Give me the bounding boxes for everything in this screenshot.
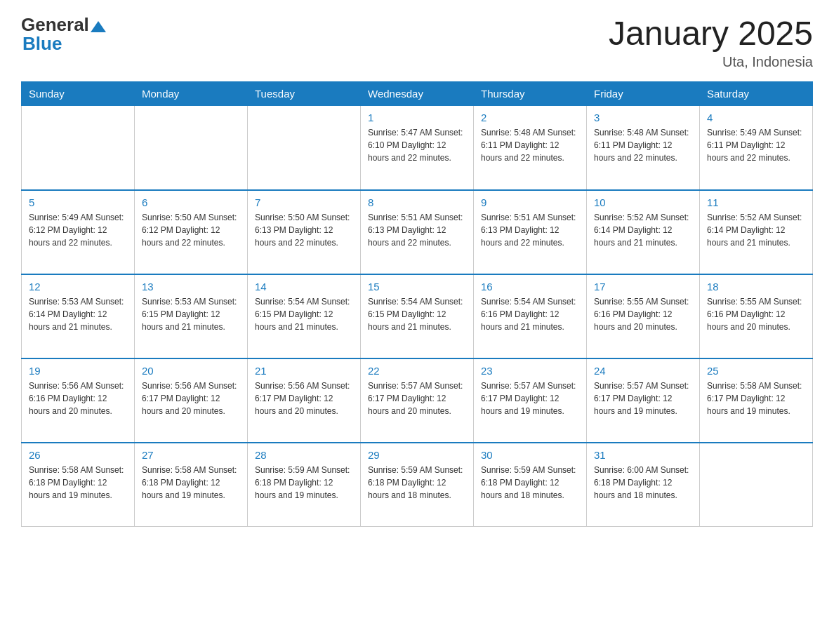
- calendar-cell: 9Sunrise: 5:51 AM Sunset: 6:13 PM Daylig…: [474, 190, 587, 274]
- day-info: Sunrise: 5:59 AM Sunset: 6:18 PM Dayligh…: [481, 464, 579, 502]
- calendar-cell: 2Sunrise: 5:48 AM Sunset: 6:11 PM Daylig…: [474, 106, 587, 190]
- day-number: 27: [142, 449, 240, 461]
- calendar-cell: 16Sunrise: 5:54 AM Sunset: 6:16 PM Dayli…: [474, 274, 587, 358]
- day-info: Sunrise: 5:56 AM Sunset: 6:16 PM Dayligh…: [29, 380, 127, 417]
- day-info: Sunrise: 5:49 AM Sunset: 6:11 PM Dayligh…: [707, 126, 805, 164]
- calendar-cell: [248, 106, 361, 190]
- day-info: Sunrise: 5:53 AM Sunset: 6:15 PM Dayligh…: [142, 295, 240, 333]
- day-info: Sunrise: 5:57 AM Sunset: 6:17 PM Dayligh…: [368, 380, 466, 417]
- calendar-cell: 21Sunrise: 5:56 AM Sunset: 6:17 PM Dayli…: [248, 358, 361, 443]
- svg-marker-0: [91, 21, 106, 32]
- day-number: 10: [594, 196, 692, 208]
- day-info: Sunrise: 5:48 AM Sunset: 6:11 PM Dayligh…: [481, 126, 579, 164]
- day-info: Sunrise: 5:52 AM Sunset: 6:14 PM Dayligh…: [594, 211, 692, 249]
- logo-triangle-icon: [91, 18, 106, 34]
- calendar-cell: 12Sunrise: 5:53 AM Sunset: 6:14 PM Dayli…: [22, 274, 135, 358]
- day-info: Sunrise: 5:55 AM Sunset: 6:16 PM Dayligh…: [707, 295, 805, 333]
- day-info: Sunrise: 5:50 AM Sunset: 6:13 PM Dayligh…: [255, 211, 353, 249]
- day-info: Sunrise: 5:52 AM Sunset: 6:14 PM Dayligh…: [707, 211, 805, 249]
- day-number: 26: [29, 449, 127, 461]
- logo-blue-text: Blue: [22, 33, 62, 54]
- day-info: Sunrise: 5:54 AM Sunset: 6:15 PM Dayligh…: [255, 295, 353, 333]
- calendar-cell: 28Sunrise: 5:59 AM Sunset: 6:18 PM Dayli…: [248, 443, 361, 527]
- calendar-cell: 29Sunrise: 5:59 AM Sunset: 6:18 PM Dayli…: [361, 443, 474, 527]
- header-day-saturday: Saturday: [700, 82, 813, 106]
- day-number: 12: [29, 281, 127, 293]
- day-number: 3: [594, 112, 692, 123]
- day-info: Sunrise: 5:53 AM Sunset: 6:14 PM Dayligh…: [29, 295, 127, 333]
- title-block: January 2025 Uta, Indonesia: [609, 14, 813, 70]
- calendar-cell: [135, 106, 248, 190]
- header-day-friday: Friday: [587, 82, 700, 106]
- calendar-subtitle: Uta, Indonesia: [609, 54, 813, 70]
- day-info: Sunrise: 5:54 AM Sunset: 6:16 PM Dayligh…: [481, 295, 579, 333]
- day-number: 24: [594, 365, 692, 377]
- calendar-cell: 4Sunrise: 5:49 AM Sunset: 6:11 PM Daylig…: [700, 106, 813, 190]
- calendar-cell: 19Sunrise: 5:56 AM Sunset: 6:16 PM Dayli…: [22, 358, 135, 443]
- day-info: Sunrise: 5:59 AM Sunset: 6:18 PM Dayligh…: [255, 464, 353, 502]
- day-info: Sunrise: 5:58 AM Sunset: 6:18 PM Dayligh…: [142, 464, 240, 502]
- day-number: 18: [707, 281, 805, 293]
- day-number: 31: [594, 449, 692, 461]
- calendar-cell: 6Sunrise: 5:50 AM Sunset: 6:12 PM Daylig…: [135, 190, 248, 274]
- day-number: 14: [255, 281, 353, 293]
- day-number: 23: [481, 365, 579, 377]
- calendar-cell: 5Sunrise: 5:49 AM Sunset: 6:12 PM Daylig…: [22, 190, 135, 274]
- calendar-cell: 31Sunrise: 6:00 AM Sunset: 6:18 PM Dayli…: [587, 443, 700, 527]
- header-day-sunday: Sunday: [22, 82, 135, 106]
- calendar-week-row: 5Sunrise: 5:49 AM Sunset: 6:12 PM Daylig…: [22, 190, 813, 274]
- day-number: 21: [255, 365, 353, 377]
- day-info: Sunrise: 5:56 AM Sunset: 6:17 PM Dayligh…: [142, 380, 240, 417]
- day-number: 4: [707, 112, 805, 123]
- day-info: Sunrise: 5:48 AM Sunset: 6:11 PM Dayligh…: [594, 126, 692, 164]
- day-number: 13: [142, 281, 240, 293]
- day-number: 17: [594, 281, 692, 293]
- day-info: Sunrise: 5:58 AM Sunset: 6:18 PM Dayligh…: [29, 464, 127, 502]
- calendar-cell: 10Sunrise: 5:52 AM Sunset: 6:14 PM Dayli…: [587, 190, 700, 274]
- calendar-week-row: 12Sunrise: 5:53 AM Sunset: 6:14 PM Dayli…: [22, 274, 813, 358]
- day-number: 8: [368, 196, 466, 208]
- calendar-body: 1Sunrise: 5:47 AM Sunset: 6:10 PM Daylig…: [22, 106, 813, 527]
- day-number: 29: [368, 449, 466, 461]
- day-number: 6: [142, 196, 240, 208]
- calendar-cell: 13Sunrise: 5:53 AM Sunset: 6:15 PM Dayli…: [135, 274, 248, 358]
- calendar-week-row: 26Sunrise: 5:58 AM Sunset: 6:18 PM Dayli…: [22, 443, 813, 527]
- logo: General Blue: [21, 14, 106, 55]
- calendar-cell: 14Sunrise: 5:54 AM Sunset: 6:15 PM Dayli…: [248, 274, 361, 358]
- calendar-header-row: SundayMondayTuesdayWednesdayThursdayFrid…: [22, 82, 813, 106]
- day-info: Sunrise: 5:55 AM Sunset: 6:16 PM Dayligh…: [594, 295, 692, 333]
- day-info: Sunrise: 5:58 AM Sunset: 6:17 PM Dayligh…: [707, 380, 805, 417]
- day-info: Sunrise: 5:56 AM Sunset: 6:17 PM Dayligh…: [255, 380, 353, 417]
- calendar-cell: 23Sunrise: 5:57 AM Sunset: 6:17 PM Dayli…: [474, 358, 587, 443]
- day-info: Sunrise: 6:00 AM Sunset: 6:18 PM Dayligh…: [594, 464, 692, 502]
- day-number: 2: [481, 112, 579, 123]
- calendar-table: SundayMondayTuesdayWednesdayThursdayFrid…: [21, 81, 813, 527]
- calendar-cell: [700, 443, 813, 527]
- day-number: 11: [707, 196, 805, 208]
- calendar-cell: 26Sunrise: 5:58 AM Sunset: 6:18 PM Dayli…: [22, 443, 135, 527]
- header-day-monday: Monday: [135, 82, 248, 106]
- day-number: 15: [368, 281, 466, 293]
- header-day-tuesday: Tuesday: [248, 82, 361, 106]
- day-number: 20: [142, 365, 240, 377]
- page-header: General Blue January 2025 Uta, Indonesia: [21, 14, 813, 70]
- header-day-thursday: Thursday: [474, 82, 587, 106]
- calendar-cell: 8Sunrise: 5:51 AM Sunset: 6:13 PM Daylig…: [361, 190, 474, 274]
- calendar-cell: 27Sunrise: 5:58 AM Sunset: 6:18 PM Dayli…: [135, 443, 248, 527]
- day-number: 25: [707, 365, 805, 377]
- calendar-cell: [22, 106, 135, 190]
- day-number: 7: [255, 196, 353, 208]
- calendar-cell: 11Sunrise: 5:52 AM Sunset: 6:14 PM Dayli…: [700, 190, 813, 274]
- header-day-wednesday: Wednesday: [361, 82, 474, 106]
- calendar-week-row: 1Sunrise: 5:47 AM Sunset: 6:10 PM Daylig…: [22, 106, 813, 190]
- day-number: 5: [29, 196, 127, 208]
- day-info: Sunrise: 5:57 AM Sunset: 6:17 PM Dayligh…: [594, 380, 692, 417]
- calendar-cell: 24Sunrise: 5:57 AM Sunset: 6:17 PM Dayli…: [587, 358, 700, 443]
- calendar-cell: 25Sunrise: 5:58 AM Sunset: 6:17 PM Dayli…: [700, 358, 813, 443]
- day-number: 1: [368, 112, 466, 123]
- calendar-cell: 1Sunrise: 5:47 AM Sunset: 6:10 PM Daylig…: [361, 106, 474, 190]
- calendar-cell: 7Sunrise: 5:50 AM Sunset: 6:13 PM Daylig…: [248, 190, 361, 274]
- calendar-title: January 2025: [609, 14, 813, 53]
- day-number: 19: [29, 365, 127, 377]
- day-info: Sunrise: 5:49 AM Sunset: 6:12 PM Dayligh…: [29, 211, 127, 249]
